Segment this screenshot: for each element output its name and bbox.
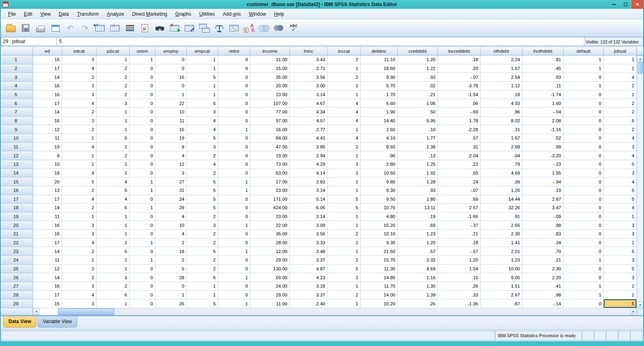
cell[interactable]: 0 <box>130 151 155 160</box>
cell[interactable]: 0 <box>218 160 250 169</box>
cell[interactable]: 9.90 <box>361 73 398 82</box>
cell[interactable]: 1.54 <box>438 265 481 274</box>
cell[interactable]: 84.00 <box>250 134 290 143</box>
cell[interactable]: .06 <box>438 99 481 108</box>
cell[interactable]: .52 <box>522 134 564 143</box>
cell[interactable]: 4 <box>187 125 218 134</box>
menu-item-help[interactable]: Help <box>270 10 288 19</box>
cell[interactable]: 4 <box>62 169 97 178</box>
cell[interactable]: 8 <box>155 143 187 152</box>
cell[interactable]: 5 <box>328 265 361 274</box>
cell[interactable]: 2 <box>187 151 218 160</box>
cell[interactable]: 3.14 <box>290 212 328 221</box>
cell[interactable]: 14.00 <box>361 291 398 300</box>
row-number[interactable]: 28 <box>1 291 33 300</box>
cell[interactable]: 4 <box>604 73 637 82</box>
row-number[interactable]: 12 <box>1 151 33 160</box>
cell[interactable]: 2 <box>328 73 361 82</box>
cell[interactable]: .39 <box>481 177 522 186</box>
cell[interactable]: 2 <box>62 265 97 274</box>
cell[interactable]: 1 <box>328 282 361 291</box>
cell[interactable]: 15 <box>33 299 62 308</box>
cell[interactable]: .13 <box>398 151 438 160</box>
row-number[interactable]: 21 <box>1 230 33 239</box>
tab-data-view[interactable]: Data View <box>3 316 36 327</box>
cell[interactable]: 2 <box>328 256 361 265</box>
cell[interactable]: 3 <box>62 282 97 291</box>
cell[interactable]: 69.00 <box>250 273 290 282</box>
cell[interactable]: .50 <box>398 108 438 117</box>
cell[interactable]: 29.00 <box>250 256 290 265</box>
cell[interactable]: 1 <box>155 291 187 300</box>
cell[interactable]: 4.69 <box>481 169 522 178</box>
print-button[interactable] <box>33 21 48 36</box>
cell[interactable]: 14.40 <box>361 117 398 126</box>
cell[interactable]: 0 <box>218 82 250 91</box>
split-file-button[interactable] <box>197 21 212 36</box>
cell[interactable]: .19 <box>398 212 438 221</box>
cell[interactable]: 14 <box>33 73 62 82</box>
cell[interactable]: 2 <box>604 125 637 134</box>
cell[interactable]: 1 <box>218 299 250 308</box>
cell[interactable]: 0 <box>130 64 155 73</box>
cell[interactable]: 11 <box>155 117 187 126</box>
minimize-button[interactable] <box>608 0 620 9</box>
cell[interactable]: .26 <box>438 282 481 291</box>
cell[interactable]: 0 <box>564 177 604 186</box>
cell[interactable]: 1.80 <box>398 195 438 204</box>
cell[interactable]: 1 <box>97 108 130 117</box>
cell[interactable]: 3 <box>62 117 97 126</box>
cell[interactable]: 3.18 <box>290 282 328 291</box>
cell[interactable]: 2 <box>62 247 97 256</box>
cell[interactable]: 2.67 <box>481 291 522 300</box>
cell[interactable]: 0 <box>130 265 155 274</box>
cell[interactable]: 6 <box>97 204 130 212</box>
cell[interactable]: -1.66 <box>438 212 481 221</box>
cell[interactable]: 15.70 <box>361 256 398 265</box>
cell[interactable]: .02 <box>398 82 438 91</box>
cell[interactable]: 3.56 <box>290 73 328 82</box>
cell[interactable]: 0 <box>130 134 155 143</box>
cell[interactable]: -2.04 <box>438 151 481 160</box>
descriptives-button[interactable]: μ <box>137 21 152 36</box>
cell[interactable]: 0 <box>564 265 604 274</box>
cell[interactable]: 2 <box>97 91 130 99</box>
cell[interactable]: 1 <box>130 256 155 265</box>
cell[interactable]: 1 <box>328 177 361 186</box>
cell[interactable]: 11.00 <box>250 299 290 308</box>
cell[interactable]: 4.57 <box>290 117 328 126</box>
cell[interactable]: 12.00 <box>250 247 290 256</box>
menu-item-graphs[interactable]: Graphs <box>171 10 195 19</box>
cell[interactable]: 2 <box>604 82 637 91</box>
weight-cases-button[interactable] <box>212 21 227 36</box>
row-number[interactable]: 15 <box>1 177 33 186</box>
cell[interactable]: 0 <box>564 212 604 221</box>
cell[interactable]: 23.00 <box>250 91 290 99</box>
cell[interactable]: 13.11 <box>398 204 438 212</box>
cell[interactable]: 4.43 <box>290 134 328 143</box>
cell[interactable]: 97.00 <box>250 117 290 126</box>
cell[interactable]: 22 <box>155 99 187 108</box>
cell[interactable]: 0 <box>564 169 604 178</box>
cell[interactable]: 16 <box>33 230 62 239</box>
cell[interactable]: 11.70 <box>361 282 398 291</box>
cell[interactable]: .24 <box>438 177 481 186</box>
cell[interactable]: 424.00 <box>250 204 290 212</box>
cell[interactable]: 10.00 <box>481 265 522 274</box>
cell[interactable]: 1.36 <box>398 143 438 152</box>
cell[interactable]: 16 <box>33 282 62 291</box>
cell[interactable]: 3 <box>97 273 130 282</box>
cell[interactable]: 1 <box>97 299 130 308</box>
cell[interactable]: 5.14 <box>290 195 328 204</box>
cell[interactable]: 0 <box>564 108 604 117</box>
cell[interactable]: 14 <box>33 273 62 282</box>
cell[interactable]: 2 <box>328 291 361 300</box>
cell[interactable]: 1.20 <box>398 56 438 64</box>
cell[interactable]: .21 <box>398 91 438 99</box>
cell[interactable]: .83 <box>522 230 564 239</box>
cell[interactable]: 5 <box>155 265 187 274</box>
cell[interactable]: 2 <box>62 186 97 195</box>
cell[interactable]: 1 <box>564 282 604 291</box>
spell-check-button[interactable]: ABC✓ <box>286 21 301 36</box>
cell[interactable]: 2 <box>97 64 130 73</box>
